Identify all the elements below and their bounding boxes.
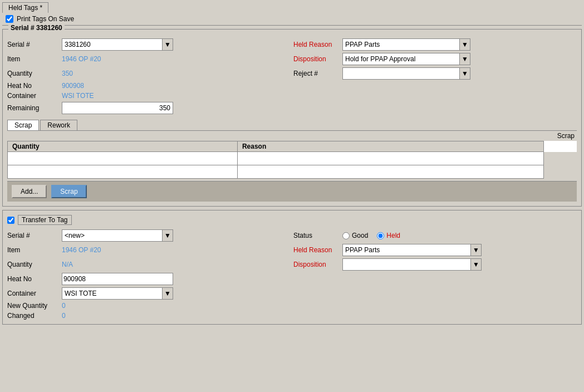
tab-bar: Held Tags *: [2, 2, 582, 13]
scrap-table-empty-row: [8, 152, 577, 165]
transfer-held-reason-select[interactable]: PPAP Parts: [342, 244, 482, 256]
scrap-area: Scrap Quantity Reason: [7, 131, 577, 179]
held-reason-select[interactable]: PPAP Parts: [342, 38, 470, 51]
disposition-label: Disposition: [293, 55, 338, 63]
transfer-section: Transfer To Tag Serial # <new> ▼ Status …: [2, 210, 582, 325]
transfer-label: Transfer To Tag: [18, 215, 72, 225]
item-label: Item: [7, 55, 57, 63]
changed-label: Changed: [7, 312, 57, 320]
add-button[interactable]: Add...: [12, 185, 47, 198]
good-radio[interactable]: [342, 232, 350, 239]
transfer-container-label: Container: [7, 290, 57, 297]
print-row: Print Tags On Save: [2, 13, 582, 26]
disposition-select-wrapper: Hold for PPAP Approval ▼: [342, 53, 470, 65]
quantity-label: Quantity: [7, 70, 57, 77]
transfer-disposition-select[interactable]: [342, 258, 482, 271]
transfer-item-value: 1946 OP #20: [62, 246, 173, 254]
remaining-input[interactable]: [62, 102, 173, 114]
new-quantity-label: New Quantity: [7, 302, 57, 310]
held-reason-label: Held Reason: [293, 41, 338, 48]
scrap-table: Quantity Reason: [7, 141, 577, 179]
transfer-held-reason-wrapper: PPAP Parts ▼: [342, 244, 482, 256]
serial-section: Serial # 3381260 Serial # 3381260 ▼ Held…: [2, 29, 582, 207]
good-radio-label: Good: [342, 232, 368, 239]
transfer-disposition-label: Disposition: [293, 261, 338, 268]
reject-select[interactable]: [342, 67, 470, 80]
transfer-container-select[interactable]: WSI TOTE: [62, 287, 173, 300]
heat-label: Heat No: [7, 82, 57, 90]
container-value: WSI TOTE: [62, 92, 173, 100]
status-group: Good Held: [342, 232, 482, 239]
remaining-label: Remaining: [7, 104, 57, 112]
item-value: 1946 OP #20: [62, 55, 173, 63]
reject-label: Reject #: [293, 70, 338, 77]
good-label: Good: [352, 232, 368, 239]
transfer-held-reason-label: Held Reason: [293, 246, 338, 254]
tab-scrap[interactable]: Scrap: [7, 120, 39, 130]
print-on-save-checkbox[interactable]: [6, 15, 13, 23]
tab-rework[interactable]: Rework: [40, 120, 77, 130]
transfer-serial-select[interactable]: <new>: [62, 229, 173, 242]
action-bar: Add... Scrap: [7, 181, 577, 202]
serial-select-wrapper: 3381260 ▼: [62, 38, 173, 51]
tab-held-tags[interactable]: Held Tags *: [2, 2, 48, 13]
print-on-save-label: Print Tags On Save: [17, 15, 74, 23]
held-reason-select-wrapper: PPAP Parts ▼: [342, 38, 470, 51]
scrap-table-empty-row2: [8, 165, 577, 179]
col-reason-header: Reason: [237, 141, 544, 152]
serial-section-title: Serial # 3381260: [8, 24, 65, 32]
inner-tab-bar: Scrap Rework: [7, 120, 577, 131]
transfer-item-label: Item: [7, 246, 57, 254]
reject-select-wrapper: ▼: [342, 67, 470, 80]
transfer-heat-input[interactable]: [62, 273, 173, 285]
status-label: Status: [293, 232, 338, 239]
new-quantity-value: 0: [62, 302, 173, 310]
col-quantity-header: Quantity: [8, 141, 238, 152]
transfer-heat-label: Heat No: [7, 275, 57, 283]
transfer-title-row: Transfer To Tag: [7, 215, 577, 225]
transfer-checkbox[interactable]: [7, 217, 14, 224]
changed-value: 0: [62, 312, 173, 320]
transfer-container-wrapper: WSI TOTE ▼: [62, 287, 173, 300]
held-status-label: Held: [386, 232, 400, 239]
transfer-serial-label: Serial #: [7, 232, 57, 239]
transfer-quantity-label: Quantity: [7, 261, 57, 268]
heat-value: 900908: [62, 82, 173, 90]
serial-label: Serial #: [7, 41, 57, 48]
container-label: Container: [7, 92, 57, 100]
held-radio-label: Held: [377, 232, 400, 239]
transfer-serial-wrapper: <new> ▼: [62, 229, 173, 242]
tab-held-tags-label: Held Tags *: [8, 4, 42, 12]
serial-select[interactable]: 3381260: [62, 38, 173, 51]
disposition-select[interactable]: Hold for PPAP Approval: [342, 53, 470, 65]
quantity-value: 350: [62, 70, 173, 77]
held-radio[interactable]: [377, 232, 384, 239]
transfer-disposition-wrapper: ▼: [342, 258, 482, 271]
scrap-button[interactable]: Scrap: [51, 185, 86, 198]
col-extra: [544, 141, 577, 152]
transfer-quantity-value: N/A: [62, 261, 173, 268]
scrap-header-right: Scrap: [557, 132, 575, 140]
main-container: Held Tags * Print Tags On Save Serial # …: [0, 0, 584, 392]
